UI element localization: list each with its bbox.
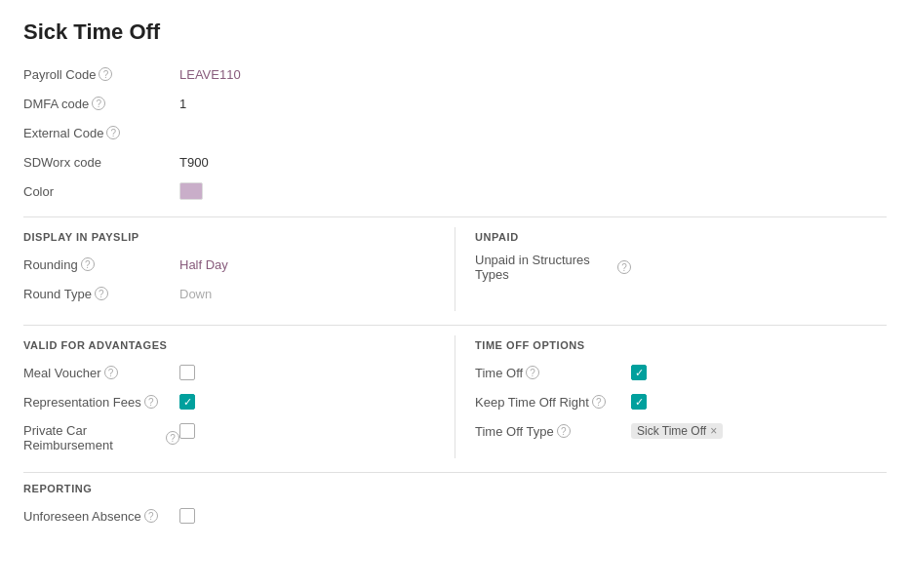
round-type-value: Down: [179, 287, 212, 301]
private-car-help-icon[interactable]: ?: [166, 431, 179, 445]
representation-fees-checkbox[interactable]: [179, 394, 195, 410]
time-off-checkbox[interactable]: [631, 365, 647, 380]
rounding-help-icon[interactable]: ?: [81, 257, 95, 271]
sdworx-code-label: SDWorx code: [23, 155, 179, 170]
keep-time-off-right-help-icon[interactable]: ?: [592, 395, 606, 409]
sdworx-code-value: T900: [179, 155, 209, 170]
round-type-label: Round Type ?: [23, 287, 179, 301]
rounding-value: Half Day: [179, 257, 228, 272]
valid-advantages-section: VALID FOR ADVANTAGES: [23, 339, 435, 351]
divider-1: [23, 216, 887, 217]
time-off-type-label: Time Off Type ?: [475, 424, 631, 439]
private-car-label: Private Car Reimbursement ?: [23, 421, 179, 452]
color-label: Color: [23, 184, 179, 199]
color-swatch[interactable]: [179, 182, 203, 200]
meal-voucher-help-icon[interactable]: ?: [104, 366, 118, 379]
time-off-type-tag[interactable]: Sick Time Off ×: [631, 423, 723, 439]
page-title: Sick Time Off: [23, 20, 887, 45]
dmfa-code-help-icon[interactable]: ?: [92, 97, 105, 110]
dmfa-code-value: 1: [179, 97, 186, 111]
keep-time-off-right-label: Keep Time Off Right ?: [475, 395, 631, 410]
rounding-label: Rounding ?: [23, 257, 179, 272]
external-code-help-icon[interactable]: ?: [106, 126, 120, 139]
time-off-label: Time Off ?: [475, 366, 631, 380]
divider-2: [23, 325, 887, 326]
time-off-type-tag-label: Sick Time Off: [637, 424, 706, 438]
time-off-type-tag-close-icon[interactable]: ×: [710, 424, 717, 438]
unpaid-section: UNPAID: [475, 231, 887, 243]
unforeseen-absence-label: Unforeseen Absence ?: [23, 509, 179, 524]
meal-voucher-checkbox[interactable]: [179, 365, 195, 380]
payroll-code-help-icon[interactable]: ?: [99, 67, 112, 81]
round-type-help-icon[interactable]: ?: [95, 287, 108, 300]
payroll-code-label: Payroll Code ?: [23, 67, 179, 82]
representation-fees-help-icon[interactable]: ?: [144, 395, 158, 409]
divider-3: [23, 472, 887, 473]
payroll-code-value: LEAVE110: [179, 67, 241, 82]
time-off-type-help-icon[interactable]: ?: [557, 424, 571, 438]
display-in-payslip-section: DISPLAY IN PAYSLIP: [23, 231, 435, 243]
unforeseen-absence-checkbox[interactable]: [179, 508, 195, 524]
unpaid-structures-help-icon[interactable]: ?: [617, 260, 631, 274]
representation-fees-label: Representation Fees ?: [23, 395, 179, 410]
external-code-label: External Code ?: [23, 126, 179, 140]
unforeseen-absence-help-icon[interactable]: ?: [144, 509, 158, 523]
keep-time-off-right-checkbox[interactable]: [631, 394, 647, 410]
meal-voucher-label: Meal Voucher ?: [23, 366, 179, 380]
time-off-options-section: TIME OFF OPTIONS: [475, 339, 887, 351]
private-car-checkbox[interactable]: [179, 423, 195, 439]
time-off-help-icon[interactable]: ?: [526, 366, 539, 379]
dmfa-code-label: DMFA code ?: [23, 97, 179, 111]
unpaid-structures-label: Unpaid in Structures Types ?: [475, 253, 631, 282]
reporting-section: REPORTING: [23, 483, 887, 494]
